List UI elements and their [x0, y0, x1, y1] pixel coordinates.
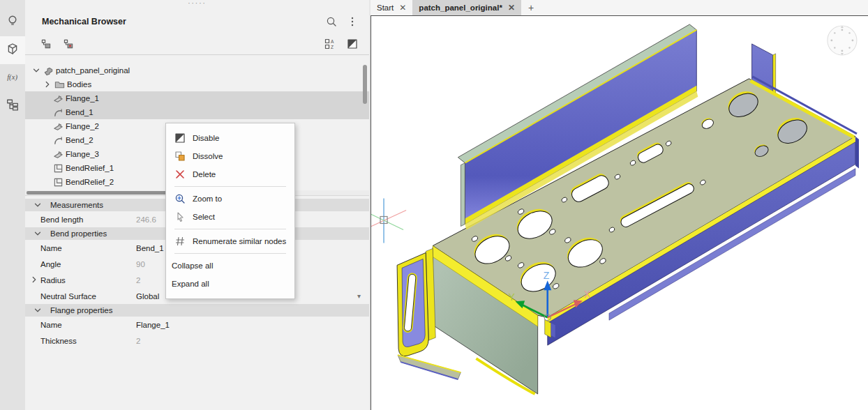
chevron-down-icon — [32, 229, 43, 238]
property-value[interactable]: 2 — [136, 276, 140, 284]
dissolve-icon — [173, 151, 187, 162]
menu-item-select[interactable]: Select — [166, 208, 294, 226]
property-value[interactable]: 2 — [136, 337, 140, 345]
panel-toolbar: AZ — [25, 33, 369, 55]
panel-drag-handle[interactable]: ····· — [25, 0, 369, 7]
property-label: Name — [25, 244, 136, 252]
flange-icon — [52, 121, 64, 132]
tree-item-label: Flange_2 — [66, 122, 99, 130]
property-value[interactable]: 246.6 — [136, 215, 156, 224]
menu-item-label: Renumerate similar nodes — [193, 237, 286, 245]
zoom-to-icon — [173, 193, 187, 204]
menu-item-collapse-all[interactable]: Collapse all — [166, 257, 294, 275]
property-row-name: NameFlange_1 — [25, 317, 369, 333]
property-label: Name — [25, 321, 136, 329]
chevron-right-icon[interactable] — [42, 79, 53, 90]
cube-icon — [6, 43, 19, 58]
new-tab-button[interactable]: + — [521, 0, 541, 15]
section-header-flange-properties[interactable]: Flange properties — [25, 304, 369, 317]
search-icon[interactable] — [324, 15, 338, 29]
menu-item-label: Zoom to — [193, 195, 222, 203]
view-compass-icon[interactable] — [828, 26, 857, 55]
menu-item-dissolve[interactable]: Dissolve — [166, 147, 294, 165]
link-nodes-red-icon[interactable] — [61, 37, 75, 51]
property-label: Bend length — [25, 215, 136, 224]
bend-relief-icon — [52, 176, 64, 188]
model-viewport[interactable]: Z Y X — [371, 15, 868, 410]
tree-item-label: BendRelief_1 — [66, 164, 114, 172]
tree-item-label: Flange_3 — [66, 150, 99, 158]
document-tab-Start[interactable]: Start✕ — [371, 0, 412, 15]
svg-text:f(x): f(x) — [7, 73, 17, 82]
crosshair-cursor — [371, 199, 406, 243]
kebab-menu-icon[interactable] — [345, 15, 359, 29]
menu-item-delete[interactable]: Delete — [166, 165, 294, 183]
chevron-down-icon — [32, 305, 43, 315]
section-title: Measurements — [50, 201, 103, 209]
chevron-right-icon[interactable] — [29, 275, 39, 284]
left-icon-rail: f(x) — [0, 0, 25, 410]
rail-item-fx[interactable]: f(x) — [0, 64, 25, 92]
menu-item-label: Disable — [193, 134, 219, 142]
main-area: Start✕patch_panel_original*✕+ — [371, 0, 868, 410]
hierarchy-icon — [6, 98, 19, 114]
property-label: Thickness — [25, 337, 136, 345]
tree-item-Bodies[interactable]: Bodies — [25, 77, 369, 91]
property-value[interactable]: 90 — [136, 260, 145, 268]
part-icon — [42, 65, 54, 76]
tree-item-Flange_1[interactable]: Flange_1 — [25, 91, 369, 105]
fx-icon: f(x) — [6, 70, 19, 86]
document-tab-patch_panel_original[interactable]: patch_panel_original*✕ — [412, 0, 521, 15]
select-icon — [173, 211, 187, 222]
rail-item-hierarchy[interactable] — [0, 92, 25, 120]
bend-icon — [52, 107, 64, 118]
property-value[interactable]: Bend_1 — [136, 244, 164, 252]
menu-item-label: Select — [193, 213, 215, 221]
ucs-z-label: Z — [544, 270, 550, 281]
tree-item-label: patch_panel_original — [56, 66, 130, 75]
property-row-thickness: Thickness2 — [25, 333, 369, 349]
tree-item-patch_panel_original[interactable]: patch_panel_original — [25, 63, 369, 77]
panel-header: Mechanical Browser — [25, 10, 369, 33]
menu-item-label: Expand all — [172, 280, 209, 288]
delete-icon — [173, 169, 187, 180]
contrast-icon[interactable] — [345, 37, 359, 51]
menu-item-label: Collapse all — [172, 261, 213, 270]
property-label: Neutral Surface — [25, 292, 136, 301]
property-value[interactable]: Global — [136, 292, 159, 301]
context-menu: DisableDissolveDeleteZoom toSelectRenume… — [165, 123, 295, 299]
chevron-down-icon — [32, 200, 43, 210]
bend-icon — [52, 135, 64, 146]
flange-icon — [52, 149, 64, 160]
menu-item-zoom-to[interactable]: Zoom to — [166, 190, 294, 208]
dropdown-chevron-icon[interactable]: ▾ — [357, 292, 361, 300]
sort-az-icon[interactable]: AZ — [323, 37, 337, 51]
rail-item-cube[interactable] — [0, 36, 25, 64]
svg-text:Z: Z — [331, 45, 334, 50]
rail-item-lightbulb[interactable] — [0, 8, 25, 36]
bend-relief-icon — [52, 162, 64, 174]
menu-separator — [166, 250, 294, 257]
menu-item-disable[interactable]: Disable — [166, 129, 294, 147]
panel-title: Mechanical Browser — [42, 17, 317, 26]
tree-vertical-scrollbar[interactable] — [363, 63, 367, 186]
tab-label: Start — [377, 3, 394, 12]
lightbulb-icon — [6, 15, 19, 30]
property-value[interactable]: Flange_1 — [136, 321, 170, 329]
chevron-down-icon[interactable] — [31, 65, 42, 76]
link-nodes-icon[interactable] — [39, 37, 53, 51]
document-tab-bar: Start✕patch_panel_original*✕+ — [371, 0, 868, 15]
tree-item-Bend_1[interactable]: Bend_1 — [25, 105, 369, 119]
tab-close-icon[interactable]: ✕ — [399, 3, 406, 13]
menu-item-expand-all[interactable]: Expand all — [166, 275, 294, 293]
menu-item-label: Dissolve — [193, 152, 223, 160]
svg-text:A: A — [331, 39, 334, 44]
tree-item-label: Bend_2 — [66, 136, 93, 144]
tab-close-icon[interactable]: ✕ — [508, 3, 515, 13]
ucs-y-label: Y — [509, 291, 516, 303]
menu-item-renumerate-similar-nodes[interactable]: Renumerate similar nodes — [166, 232, 294, 250]
menu-separator — [166, 226, 294, 232]
hash-icon — [173, 236, 187, 247]
section-title: Bend properties — [50, 229, 107, 238]
property-label: Angle — [25, 260, 136, 268]
